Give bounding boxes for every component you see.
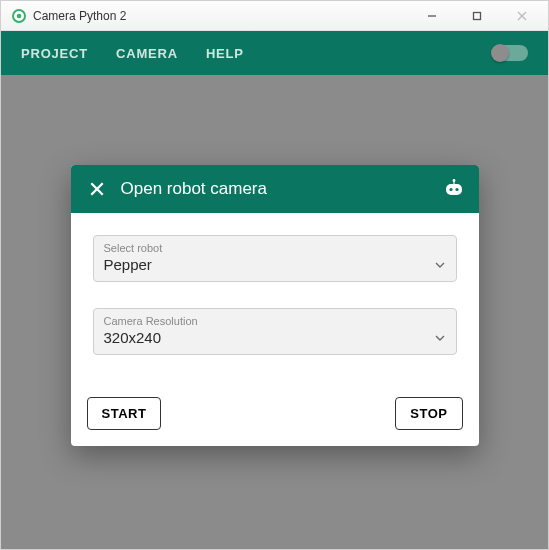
svg-rect-9 xyxy=(453,181,454,184)
app-body: PROJECT CAMERA HELP Open robot camera xyxy=(1,31,548,549)
modal-title: Open robot camera xyxy=(121,179,267,199)
chevron-down-icon xyxy=(434,332,446,344)
window-close-button[interactable] xyxy=(499,2,544,30)
app-icon xyxy=(11,8,27,24)
window-maximize-button[interactable] xyxy=(454,2,499,30)
window-minimize-button[interactable] xyxy=(409,2,454,30)
svg-point-11 xyxy=(449,188,452,191)
start-button[interactable]: START xyxy=(87,397,162,430)
app-window: Camera Python 2 PROJECT CAMERA HELP xyxy=(0,0,549,550)
toggle-knob xyxy=(491,44,509,62)
select-robot-value: Pepper xyxy=(104,256,434,273)
robot-icon xyxy=(441,176,467,202)
select-robot-label: Select robot xyxy=(104,242,446,254)
chevron-down-icon xyxy=(434,259,446,271)
svg-rect-10 xyxy=(446,184,462,195)
menu-project[interactable]: PROJECT xyxy=(21,46,88,61)
modal-header: Open robot camera xyxy=(71,165,479,213)
stop-button[interactable]: STOP xyxy=(395,397,462,430)
modal-body: Select robot Pepper Camera Resolution 32… xyxy=(71,213,479,387)
titlebar: Camera Python 2 xyxy=(1,1,548,31)
window-title: Camera Python 2 xyxy=(33,9,126,23)
svg-rect-3 xyxy=(473,12,480,19)
svg-point-12 xyxy=(455,188,458,191)
camera-resolution-dropdown[interactable]: Camera Resolution 320x240 xyxy=(93,308,457,355)
modal-footer: START STOP xyxy=(71,387,479,446)
menu-help[interactable]: HELP xyxy=(206,46,244,61)
theme-toggle[interactable] xyxy=(494,45,528,61)
open-camera-modal: Open robot camera Select robot Pepper xyxy=(71,165,479,446)
svg-point-1 xyxy=(17,13,22,18)
camera-resolution-label: Camera Resolution xyxy=(104,315,446,327)
menubar: PROJECT CAMERA HELP xyxy=(1,31,548,75)
modal-close-button[interactable] xyxy=(83,175,111,203)
modal-overlay: Open robot camera Select robot Pepper xyxy=(1,75,548,549)
select-robot-dropdown[interactable]: Select robot Pepper xyxy=(93,235,457,282)
camera-resolution-value: 320x240 xyxy=(104,329,434,346)
menu-camera[interactable]: CAMERA xyxy=(116,46,178,61)
